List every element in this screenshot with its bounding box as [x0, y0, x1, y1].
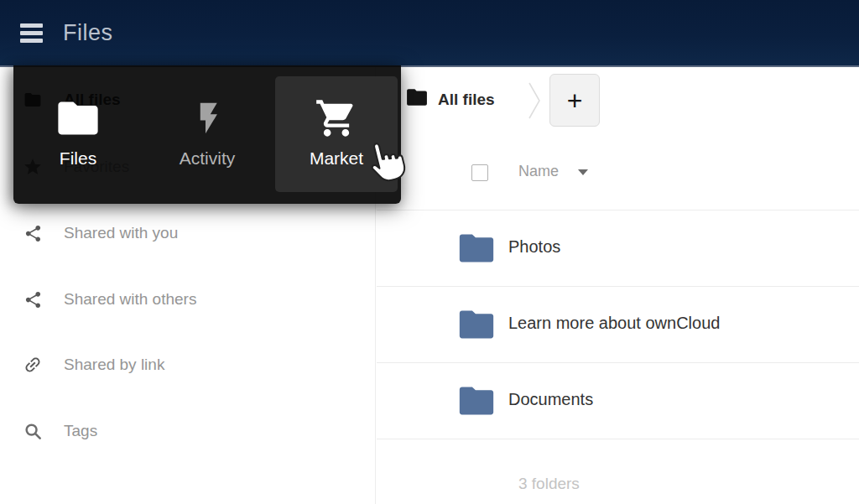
file-name: Learn more about ownCloud [508, 314, 720, 333]
app-menu-highlight: Market [275, 76, 398, 192]
app-menu-item-activity[interactable]: Activity [143, 65, 272, 204]
app-menu-item-files[interactable]: Files [13, 65, 143, 204]
file-count-summary: 3 folders [518, 475, 580, 493]
owncloud-app-window: All files Favorites Shared with you Shar… [0, 0, 859, 504]
file-row-learn-more[interactable]: Learn more about ownCloud [377, 287, 859, 363]
breadcrumb-home-folder-icon[interactable] [406, 88, 428, 110]
folder-icon [458, 385, 495, 420]
share-icon [23, 223, 43, 243]
column-header-name[interactable]: Name [518, 163, 559, 180]
sidebar-item-label: Tags [64, 422, 97, 440]
file-row-photos[interactable]: Photos [377, 210, 859, 287]
file-row-documents[interactable]: Documents [377, 363, 859, 439]
top-navigation-bar: Files [0, 0, 859, 67]
chevron-right-icon [528, 81, 543, 123]
sidebar-item-label: Shared with others [64, 290, 196, 309]
app-menu-label: Activity [180, 148, 236, 169]
link-icon [23, 355, 43, 375]
app-menu-label: Market [310, 148, 363, 169]
files-main-panel: All files + Name Photos Learn more about… [377, 67, 859, 504]
sidebar-item-shared-by-link[interactable]: Shared by link [0, 354, 375, 376]
folder-icon [458, 309, 495, 344]
app-menu-item-market[interactable]: Market [272, 65, 401, 204]
file-name: Documents [508, 390, 593, 409]
app-title: Files [63, 20, 113, 46]
search-icon [23, 421, 43, 441]
app-menu-dropdown: Files Activity Market [13, 65, 401, 204]
sidebar-item-label: Shared by link [64, 356, 164, 374]
sidebar-item-tags[interactable]: Tags [0, 420, 375, 442]
lightning-icon [189, 95, 226, 142]
file-name: Photos [508, 237, 560, 257]
sort-caret-icon[interactable] [578, 169, 588, 175]
sidebar-item-label: Shared with you [64, 224, 178, 242]
add-new-button[interactable]: + [549, 74, 600, 127]
sidebar-item-shared-with-you[interactable]: Shared with you [0, 222, 375, 244]
app-menu-label: Files [60, 148, 96, 169]
folder-icon [458, 232, 495, 268]
select-all-checkbox[interactable] [471, 164, 488, 181]
cart-icon [313, 95, 360, 142]
breadcrumb-root[interactable]: All files [438, 91, 495, 109]
hamburger-menu-icon[interactable] [20, 23, 43, 43]
sidebar-item-shared-with-others[interactable]: Shared with others [0, 288, 375, 310]
share-icon [23, 289, 43, 309]
plus-icon: + [567, 87, 583, 114]
folder-icon [56, 95, 100, 142]
